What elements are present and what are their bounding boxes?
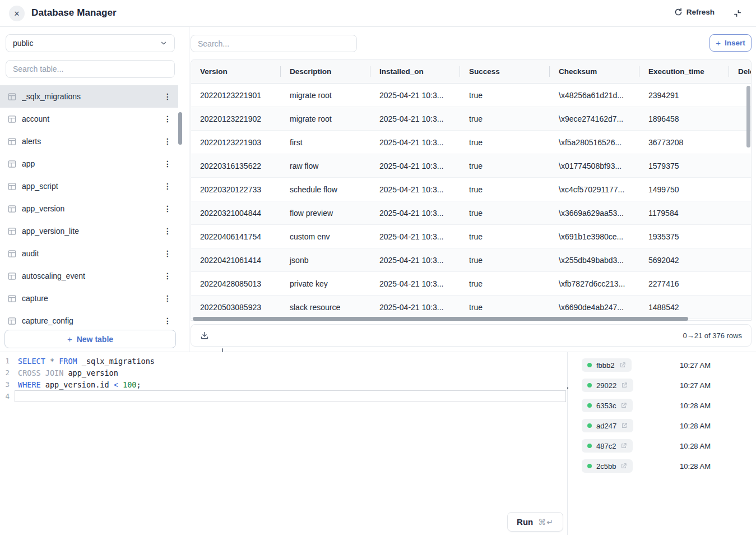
sql-editor-panel[interactable]: 1SELECT * FROM _sqlx_migrations2CROSS JO…: [0, 352, 568, 535]
grid-cell[interactable]: 2025-04-21 10:3...: [370, 178, 460, 201]
grid-cell[interactable]: 2394291: [639, 84, 729, 107]
table-row[interactable]: 20220421061414jsonb2025-04-21 10:3...tru…: [191, 248, 751, 272]
grid-cell[interactable]: 2025-04-21 10:3...: [370, 201, 460, 224]
grid-cell[interactable]: 20220428085013: [191, 272, 281, 295]
column-header-checksum[interactable]: Checksum: [550, 59, 639, 83]
grid-cell[interactable]: flow preview: [281, 201, 370, 224]
history-query-pill[interactable]: 2c5bb: [582, 459, 633, 473]
grid-cell[interactable]: \xf5a280516526...: [550, 131, 639, 154]
grid-cell[interactable]: [729, 225, 752, 248]
grid-cell[interactable]: 2025-04-21 10:3...: [370, 84, 460, 107]
grid-cell[interactable]: 2025-04-21 10:3...: [370, 154, 460, 177]
schema-select[interactable]: public: [6, 34, 175, 52]
grid-cell[interactable]: [729, 178, 752, 201]
code-line[interactable]: 3WHERE app_version.id < 100;: [0, 379, 567, 390]
kebab-menu-icon[interactable]: ⋮: [163, 317, 173, 325]
grid-cell[interactable]: 2025-04-21 10:3...: [370, 272, 460, 295]
grid-cell[interactable]: 2025-04-21 10:3...: [370, 107, 460, 130]
grid-cell[interactable]: migrate root: [281, 107, 370, 130]
grid-cell[interactable]: jsonb: [281, 248, 370, 271]
sidebar-item-app_version_lite[interactable]: app_version_lite⋮: [0, 220, 178, 242]
grid-cell[interactable]: [729, 248, 752, 271]
kebab-menu-icon[interactable]: ⋮: [163, 137, 173, 145]
grid-cell[interactable]: 20220123221902: [191, 107, 281, 130]
grid-cell[interactable]: \xc4cf570291177...: [550, 178, 639, 201]
grid-cell[interactable]: \x9ece274162d7...: [550, 107, 639, 130]
grid-cell[interactable]: true: [460, 154, 550, 177]
grid-cell[interactable]: 2025-04-21 10:3...: [370, 225, 460, 248]
external-link-icon[interactable]: [620, 463, 627, 469]
external-link-icon[interactable]: [620, 442, 627, 449]
code-text[interactable]: WHERE app_version.id < 100;: [15, 379, 566, 390]
column-header-dele[interactable]: Dele: [729, 59, 752, 83]
grid-cell[interactable]: 20220123221903: [191, 131, 281, 154]
sidebar-item-alerts[interactable]: alerts⋮: [0, 130, 178, 153]
code-text[interactable]: [15, 390, 566, 402]
sidebar-item-capture_config[interactable]: capture_config⋮: [0, 310, 178, 330]
grid-cell[interactable]: 20220321004844: [191, 201, 281, 224]
table-search-input[interactable]: [6, 60, 175, 78]
table-row[interactable]: 20220316135622raw flow2025-04-21 10:3...…: [191, 154, 751, 178]
download-button[interactable]: [199, 330, 210, 341]
grid-cell[interactable]: \xfb7827d6cc213...: [550, 272, 639, 295]
grid-cell[interactable]: 1179584: [639, 201, 729, 224]
grid-cell[interactable]: true: [460, 107, 550, 130]
run-query-button[interactable]: Run ⌘↵: [507, 512, 563, 532]
history-query-pill[interactable]: 487c2: [582, 439, 633, 453]
grid-cell[interactable]: 2025-04-21 10:3...: [370, 131, 460, 154]
insert-row-button[interactable]: + Insert: [709, 34, 752, 52]
grid-cell[interactable]: 5692042: [639, 248, 729, 271]
grid-cell[interactable]: true: [460, 248, 550, 271]
external-link-icon[interactable]: [619, 362, 626, 368]
grid-cell[interactable]: 1579375: [639, 154, 729, 177]
code-editor[interactable]: 1SELECT * FROM _sqlx_migrations2CROSS JO…: [0, 352, 567, 402]
grid-cell[interactable]: 20220320122733: [191, 178, 281, 201]
grid-cell[interactable]: true: [460, 272, 550, 295]
code-line[interactable]: 2CROSS JOIN app_version: [0, 367, 567, 379]
kebab-menu-icon[interactable]: ⋮: [163, 272, 173, 280]
grid-cell[interactable]: 20220406141754: [191, 225, 281, 248]
sidebar-item-app_script[interactable]: app_script⋮: [0, 175, 178, 197]
table-row[interactable]: 20220428085013private key2025-04-21 10:3…: [191, 272, 751, 296]
grid-cell[interactable]: true: [460, 201, 550, 224]
grid-cell[interactable]: true: [460, 225, 550, 248]
sidebar-item-audit[interactable]: audit⋮: [0, 242, 178, 265]
grid-cell[interactable]: 20220123221901: [191, 84, 281, 107]
grid-cell[interactable]: [729, 154, 752, 177]
kebab-menu-icon[interactable]: ⋮: [163, 205, 173, 213]
grid-cell[interactable]: 2025-04-21 10:3...: [370, 248, 460, 271]
grid-cell[interactable]: \x48256a61d21d...: [550, 84, 639, 107]
history-query-pill[interactable]: ad247: [582, 419, 633, 432]
sidebar-scrollbar[interactable]: [178, 112, 182, 145]
code-text[interactable]: CROSS JOIN app_version: [15, 367, 566, 379]
grid-cell[interactable]: private key: [281, 272, 370, 295]
grid-cell[interactable]: true: [460, 84, 550, 107]
grid-search-input[interactable]: [191, 35, 357, 52]
column-header-execution_time[interactable]: Execution_time: [639, 59, 729, 83]
sidebar-item-autoscaling_event[interactable]: autoscaling_event⋮: [0, 265, 178, 287]
collapse-window-button[interactable]: [732, 8, 743, 19]
grid-cell[interactable]: 1499750: [639, 178, 729, 201]
grid-cell[interactable]: 20220421061414: [191, 248, 281, 271]
kebab-menu-icon[interactable]: ⋮: [163, 294, 173, 302]
history-query-pill[interactable]: 6353c: [582, 399, 633, 412]
kebab-menu-icon[interactable]: ⋮: [163, 115, 173, 123]
table-row[interactable]: 20220123221901migrate root2025-04-21 10:…: [191, 84, 751, 107]
grid-cell[interactable]: 2277416: [639, 272, 729, 295]
grid-vertical-scrollbar[interactable]: [746, 86, 750, 147]
table-row[interactable]: 20220406141754custom env2025-04-21 10:3.…: [191, 225, 751, 248]
kebab-menu-icon[interactable]: ⋮: [163, 160, 173, 168]
sidebar-item-capture[interactable]: capture⋮: [0, 287, 178, 310]
column-header-version[interactable]: Version: [191, 59, 281, 83]
table-row[interactable]: 20220321004844flow preview2025-04-21 10:…: [191, 201, 751, 225]
grid-cell[interactable]: 1896458: [639, 107, 729, 130]
grid-cell[interactable]: \x01774508bf93...: [550, 154, 639, 177]
grid-cell[interactable]: \x6690de4ab247...: [550, 296, 639, 319]
grid-cell[interactable]: raw flow: [281, 154, 370, 177]
refresh-button[interactable]: Refresh: [674, 8, 715, 16]
column-header-installed_on[interactable]: Installed_on: [370, 59, 460, 83]
table-row[interactable]: 20220123221903first2025-04-21 10:3...tru…: [191, 131, 751, 154]
kebab-menu-icon[interactable]: ⋮: [163, 227, 173, 235]
grid-cell[interactable]: true: [460, 178, 550, 201]
sidebar-item-app[interactable]: app⋮: [0, 153, 178, 175]
